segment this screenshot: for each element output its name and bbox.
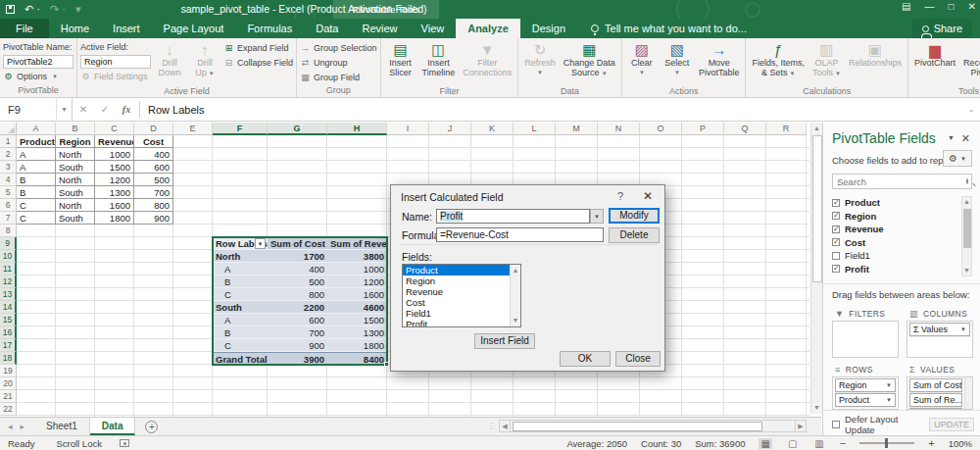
- area-chip-sum-of-cost[interactable]: Sum of Cost▼: [909, 378, 962, 392]
- redo-button[interactable]: ↷ ·: [50, 3, 66, 16]
- fields-listbox[interactable]: ▲ ▼ ProductRegionRevenueCostField1Profit: [402, 264, 521, 327]
- pivot-value[interactable]: 8400: [327, 353, 387, 366]
- search-box[interactable]: [832, 174, 972, 189]
- data-table-cell[interactable]: North: [56, 148, 95, 161]
- prev-sheet-icon[interactable]: ◂: [8, 422, 13, 431]
- pivot-value[interactable]: 1700: [268, 250, 327, 263]
- row-header-17[interactable]: 17: [0, 339, 17, 352]
- ribbon-button-olap-tools[interactable]: ▥OLAPTools▼: [809, 40, 844, 85]
- data-table-cell[interactable]: 700: [134, 186, 173, 199]
- column-header-B[interactable]: B: [56, 123, 95, 135]
- ribbon-button-fields-items-sets[interactable]: ƒFields, Items,& Sets▼: [749, 40, 808, 85]
- scroll-down-icon[interactable]: ▼: [811, 402, 822, 414]
- ribbon-button-group-field[interactable]: ▦Group Field: [300, 71, 377, 84]
- pivot-row-label[interactable]: B: [213, 275, 268, 288]
- row-header-1[interactable]: 1: [0, 135, 17, 148]
- ribbon-button-expand-field[interactable]: ⊞Expand Field: [223, 41, 293, 55]
- data-table-cell[interactable]: C: [17, 199, 56, 212]
- scroll-left-icon[interactable]: ◀: [499, 420, 511, 432]
- column-header-I[interactable]: I: [387, 123, 429, 135]
- data-table-cell[interactable]: 600: [134, 161, 173, 174]
- column-header-E[interactable]: E: [173, 123, 213, 135]
- sheet-tab-sheet1[interactable]: Sheet1: [34, 418, 90, 435]
- name-dropdown-icon[interactable]: ▼: [590, 209, 604, 224]
- area-chip--values[interactable]: Σ Values▼: [909, 323, 970, 336]
- cancel-icon[interactable]: ✕: [73, 98, 94, 121]
- checkbox-region[interactable]: [832, 212, 840, 220]
- data-table-cell[interactable]: B: [17, 174, 56, 186]
- save-icon[interactable]: [6, 5, 15, 14]
- dialog-field-item-region[interactable]: Region: [403, 275, 511, 286]
- pivot-value[interactable]: 800: [268, 288, 327, 301]
- row-labels-filter-icon[interactable]: ▼: [255, 238, 266, 249]
- scroll-up-icon[interactable]: ▲: [962, 197, 971, 207]
- data-table-cell[interactable]: South: [56, 186, 95, 199]
- column-header-L[interactable]: L: [514, 123, 556, 135]
- zoom-level[interactable]: 100%: [949, 438, 972, 449]
- new-sheet-button[interactable]: +: [145, 421, 158, 433]
- close-button[interactable]: ✕: [968, 1, 976, 12]
- data-table-cell[interactable]: South: [56, 212, 95, 225]
- column-header-R[interactable]: R: [766, 123, 807, 135]
- scroll-up-icon[interactable]: ▲: [811, 123, 822, 134]
- ribbon-tab-home[interactable]: Home: [49, 19, 101, 38]
- ribbon-button-field-settings[interactable]: ⚙Field Settings: [80, 70, 151, 83]
- column-header-P[interactable]: P: [682, 123, 724, 135]
- insert-function-icon[interactable]: fx: [116, 98, 137, 121]
- ribbon-button-change-data-source[interactable]: ▦Change DataSource▼: [561, 40, 618, 85]
- data-table-cell[interactable]: 1600: [95, 199, 134, 212]
- column-header-H[interactable]: H: [327, 123, 387, 135]
- row-header-20[interactable]: 20: [0, 377, 17, 390]
- checkbox-profit[interactable]: [832, 265, 840, 273]
- ribbon-button-recommended-pivottables[interactable]: ▦RecommendedPivotTables: [960, 40, 980, 85]
- ribbon-button-refresh[interactable]: ↻Refresh▼: [521, 40, 559, 85]
- ribbon-button-clear[interactable]: ▨Clear▼: [625, 40, 659, 85]
- ribbon-button-ungroup[interactable]: ⇄Ungroup: [300, 56, 377, 70]
- pivot-row-label[interactable]: A: [213, 263, 268, 275]
- pivot-row-label[interactable]: Grand Total: [213, 353, 268, 366]
- horizontal-scrollbar-thumb[interactable]: [513, 422, 762, 431]
- next-sheet-icon[interactable]: ▸: [21, 422, 25, 431]
- data-table-cell[interactable]: B: [17, 186, 56, 199]
- pane-field-profit[interactable]: Profit: [832, 263, 961, 276]
- pane-field-region[interactable]: Region: [832, 210, 961, 224]
- ribbon-button-insert-timeline[interactable]: ◫InsertTimeline: [419, 40, 459, 85]
- macro-record-icon[interactable]: [120, 439, 129, 447]
- scroll-right-icon[interactable]: ▶: [795, 420, 807, 432]
- row-header-4[interactable]: 4: [0, 174, 17, 186]
- delete-button[interactable]: Delete: [609, 227, 660, 243]
- ribbon-tab-page-layout[interactable]: Page Layout: [152, 19, 236, 38]
- name-box-dropdown-icon[interactable]: ▼: [57, 98, 73, 121]
- column-header-M[interactable]: M: [556, 123, 598, 135]
- ribbon-button-drill-up[interactable]: ↑DrillUp▼: [188, 40, 221, 85]
- expand-formula-bar-icon[interactable]: ⌄: [962, 98, 980, 121]
- data-table-cell[interactable]: 1800: [95, 212, 134, 225]
- select-all-corner[interactable]: [0, 123, 17, 135]
- row-header-6[interactable]: 6: [0, 199, 17, 212]
- area-chip-sum-of-re-[interactable]: Sum of Re...▼: [909, 393, 962, 407]
- ribbon-input-region[interactable]: Region: [80, 55, 151, 69]
- checkbox-cost[interactable]: [832, 238, 840, 246]
- insert-field-button[interactable]: Insert Field: [474, 333, 535, 349]
- zoom-slider-thumb[interactable]: [885, 438, 888, 448]
- row-header-8[interactable]: 8: [0, 225, 17, 237]
- column-header-C[interactable]: C: [95, 123, 134, 135]
- dialog-field-item-cost[interactable]: Cost: [403, 297, 511, 308]
- update-button[interactable]: UPDATE: [929, 418, 974, 431]
- data-table-cell[interactable]: 800: [134, 199, 173, 212]
- ok-button[interactable]: OK: [560, 351, 611, 367]
- values-scrollbar[interactable]: [964, 377, 972, 409]
- data-table-cell[interactable]: 1200: [95, 174, 134, 186]
- sheet-nav-arrows[interactable]: ◂▸: [0, 418, 34, 435]
- ribbon-button-collapse-field[interactable]: ⊟Collapse Field: [223, 56, 293, 70]
- undo-button[interactable]: ↶ ·: [24, 3, 40, 16]
- minimize-button[interactable]: —: [925, 1, 935, 12]
- field-list-scrollbar[interactable]: ▲ ▼: [961, 196, 972, 276]
- column-header-J[interactable]: J: [429, 123, 471, 135]
- pivot-value[interactable]: 700: [268, 326, 327, 339]
- pane-field-field1[interactable]: Field1: [832, 249, 961, 263]
- dialog-close-button[interactable]: Close: [615, 351, 661, 367]
- row-header-10[interactable]: 10: [0, 250, 17, 263]
- column-header-N[interactable]: N: [598, 123, 640, 135]
- pivot-value[interactable]: 4600: [327, 301, 387, 314]
